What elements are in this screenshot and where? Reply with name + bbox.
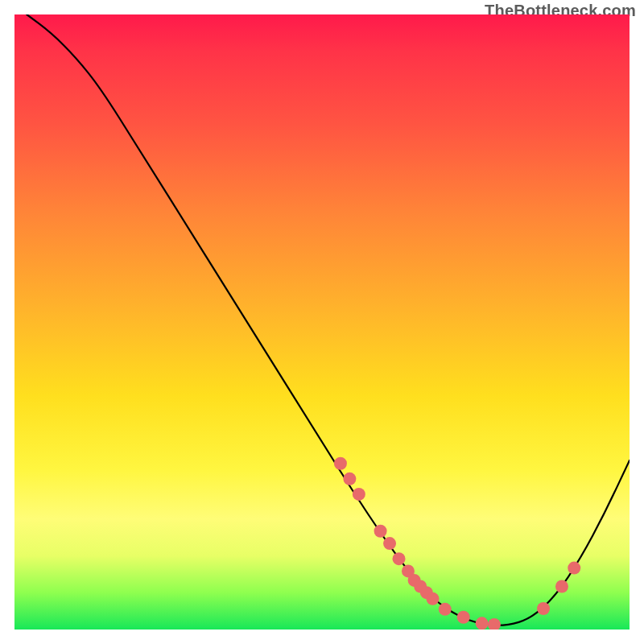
plot-area: [14, 14, 630, 630]
marker-dot: [334, 457, 347, 470]
marker-dot: [343, 473, 356, 485]
marker-dot: [393, 552, 406, 565]
marker-dot: [537, 602, 550, 615]
marker-dot: [439, 603, 452, 616]
chart-overlay: [14, 14, 630, 630]
marker-dot: [568, 562, 580, 575]
marker-dot: [488, 618, 501, 630]
markers-group: [334, 457, 580, 630]
marker-dot: [374, 525, 387, 538]
marker-dot: [427, 592, 440, 605]
chart-container: TheBottleneck.com: [0, 0, 644, 644]
marker-dot: [457, 611, 470, 624]
marker-dot: [555, 580, 568, 593]
curve-path: [27, 14, 630, 625]
marker-dot: [476, 617, 489, 630]
marker-dot: [383, 537, 396, 550]
marker-dot: [353, 488, 365, 501]
